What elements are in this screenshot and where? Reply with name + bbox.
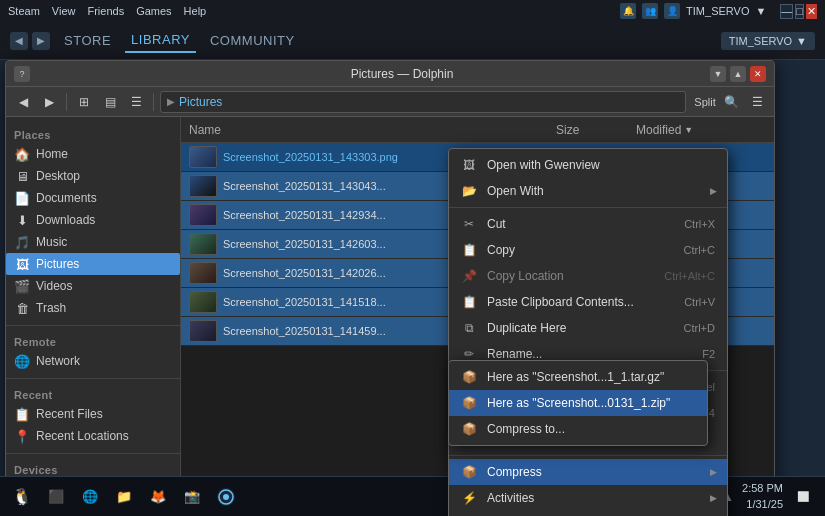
compress-to-icon: 📦 [461, 421, 477, 437]
steam-user-chevron: ▼ [796, 35, 807, 47]
ctx-cut[interactable]: ✂ Cut Ctrl+X [449, 211, 727, 237]
col-size-header[interactable]: Size [556, 123, 636, 137]
ctx-compress[interactable]: 📦 Compress [449, 459, 727, 485]
ctx-activities[interactable]: ⚡ Activities [449, 485, 727, 511]
ctx-label-duplicate: Duplicate Here [487, 321, 674, 335]
dolphin-forward-btn[interactable]: ▶ [38, 91, 60, 113]
taskbar-firefox-btn[interactable]: 🦊 [144, 483, 172, 511]
split-btn[interactable]: Split [694, 91, 716, 113]
cut-icon: ✂ [461, 216, 477, 232]
sidebar-label-recent-locations: Recent Locations [36, 429, 129, 443]
file-thumbnail [189, 146, 217, 168]
steam-navbar: ◀ ▶ STORE LIBRARY COMMUNITY TIM_SERVO ▼ [0, 22, 825, 60]
ctx-copy-location[interactable]: 📌 Copy Location Ctrl+Alt+C [449, 263, 727, 289]
sidebar-divider-1 [6, 325, 180, 326]
clock-date: 1/31/25 [742, 497, 783, 512]
nav-store[interactable]: STORE [58, 29, 117, 52]
view-details-btn[interactable]: ☰ [125, 91, 147, 113]
sidebar-item-pictures[interactable]: 🖼 Pictures [6, 253, 180, 275]
ctx-divider-3 [449, 455, 727, 456]
taskbar-show-desktop-btn[interactable]: ⬜ [789, 483, 817, 511]
recent-section: Recent 📋 Recent Files 📍 Recent Locations [6, 381, 180, 451]
remote-header: Remote [6, 332, 180, 350]
pictures-icon: 🖼 [14, 256, 30, 272]
ctx-open-with[interactable]: 📂 Open With [449, 178, 727, 204]
col-modified-header[interactable]: Modified ▼ [636, 123, 766, 137]
taskbar-terminal-btn[interactable]: ⬛ [42, 483, 70, 511]
steam-menu-friends[interactable]: Friends [87, 5, 124, 17]
sidebar-item-recent-locations[interactable]: 📍 Recent Locations [6, 425, 180, 447]
sidebar: Places 🏠 Home 🖥 Desktop 📄 Documents ⬇ Do… [6, 117, 181, 504]
sidebar-item-videos[interactable]: 🎬 Videos [6, 275, 180, 297]
ctx-shortcut-duplicate: Ctrl+D [684, 322, 715, 334]
taskbar-browser-btn[interactable]: 🌐 [76, 483, 104, 511]
steam-close-btn[interactable]: ✕ [806, 4, 817, 19]
ctx-open-gwenview[interactable]: 🖼 Open with Gwenview [449, 152, 727, 178]
ctx-label-copy-location: Copy Location [487, 269, 654, 283]
ctx-compress-to[interactable]: 📦 Compress to... [449, 416, 707, 442]
desktop-icon: 🖥 [14, 168, 30, 184]
places-section: Places 🏠 Home 🖥 Desktop 📄 Documents ⬇ Do… [6, 121, 180, 323]
dolphin-toolbar: ◀ ▶ ⊞ ▤ ☰ ▶ Pictures Split 🔍 ☰ [6, 87, 774, 117]
view-icons-btn[interactable]: ⊞ [73, 91, 95, 113]
remote-section: Remote 🌐 Network [6, 328, 180, 376]
nav-back-btn[interactable]: ◀ [10, 32, 28, 50]
taskbar-linux-btn[interactable]: 🐧 [8, 483, 36, 511]
documents-icon: 📄 [14, 190, 30, 206]
sidebar-item-desktop[interactable]: 🖥 Desktop [6, 165, 180, 187]
steam-menu-steam[interactable]: Steam [8, 5, 40, 17]
sidebar-item-documents[interactable]: 📄 Documents [6, 187, 180, 209]
taskbar-files-btn[interactable]: 📁 [110, 483, 138, 511]
sidebar-item-recent-files[interactable]: 📋 Recent Files [6, 403, 180, 425]
steam-menu-games[interactable]: Games [136, 5, 171, 17]
sidebar-item-home[interactable]: 🏠 Home [6, 143, 180, 165]
dolphin-help-btn[interactable]: ? [14, 66, 30, 82]
sidebar-item-trash[interactable]: 🗑 Trash [6, 297, 180, 319]
videos-icon: 🎬 [14, 278, 30, 294]
steam-dropdown-icon[interactable]: ▼ [755, 5, 766, 17]
steam-maximize-btn[interactable]: □ [795, 4, 804, 19]
sidebar-item-downloads[interactable]: ⬇ Downloads [6, 209, 180, 231]
view-compact-btn[interactable]: ▤ [99, 91, 121, 113]
context-menu: 🖼 Open with Gwenview 📂 Open With ✂ Cut C… [448, 148, 728, 516]
dolphin-back-btn[interactable]: ◀ [12, 91, 34, 113]
copy-icon: 📋 [461, 242, 477, 258]
steam-menu-view[interactable]: View [52, 5, 76, 17]
steam-minimize-btn[interactable]: — [780, 4, 793, 19]
steam-friends-btn[interactable]: 👥 [642, 3, 658, 19]
steam-user-nav[interactable]: TIM_SERVO ▼ [721, 32, 815, 50]
dolphin-minimize-btn[interactable]: ▼ [710, 66, 726, 82]
ctx-paste[interactable]: 📋 Paste Clipboard Contents... Ctrl+V [449, 289, 727, 315]
ctx-compress-tar[interactable]: 📦 Here as "Screenshot...1_1.tar.gz" [449, 364, 707, 390]
compress-icon: 📦 [461, 464, 477, 480]
menu-btn[interactable]: ☰ [746, 91, 768, 113]
nav-arrows: ◀ ▶ [10, 32, 50, 50]
taskbar-steam-btn[interactable] [212, 483, 240, 511]
ctx-duplicate[interactable]: ⧉ Duplicate Here Ctrl+D [449, 315, 727, 341]
ctx-copy[interactable]: 📋 Copy Ctrl+C [449, 237, 727, 263]
dolphin-maximize-btn[interactable]: ▲ [730, 66, 746, 82]
ctx-compress-zip[interactable]: 📦 Here as "Screenshot...0131_1.zip" [449, 390, 707, 416]
file-table-header: Name Size Modified ▼ [181, 117, 774, 143]
nav-forward-btn[interactable]: ▶ [32, 32, 50, 50]
taskbar-camera-btn[interactable]: 📸 [178, 483, 206, 511]
ctx-label-gwenview: Open with Gwenview [487, 158, 715, 172]
dolphin-close-btn[interactable]: ✕ [750, 66, 766, 82]
steam-menu-help[interactable]: Help [184, 5, 207, 17]
sidebar-item-network[interactable]: 🌐 Network [6, 350, 180, 372]
breadcrumb-pictures[interactable]: Pictures [179, 95, 222, 109]
nav-community[interactable]: COMMUNITY [204, 29, 301, 52]
steam-avatar[interactable]: 👤 [664, 3, 680, 19]
ctx-share[interactable]: ↗ Share 0 GiB free [449, 511, 727, 516]
sidebar-label-videos: Videos [36, 279, 72, 293]
steam-username[interactable]: TIM_SERVO [686, 5, 749, 17]
sidebar-item-music[interactable]: 🎵 Music [6, 231, 180, 253]
sidebar-label-downloads: Downloads [36, 213, 95, 227]
nav-library[interactable]: LIBRARY [125, 28, 196, 53]
steam-notification-btn[interactable]: 🔔 [620, 3, 636, 19]
taskbar-clock[interactable]: 2:58 PM 1/31/25 [742, 481, 783, 512]
file-thumbnail [189, 204, 217, 226]
ctx-label-compress-to: Compress to... [487, 422, 695, 436]
search-btn[interactable]: 🔍 [720, 91, 742, 113]
col-name-header[interactable]: Name [189, 123, 556, 137]
